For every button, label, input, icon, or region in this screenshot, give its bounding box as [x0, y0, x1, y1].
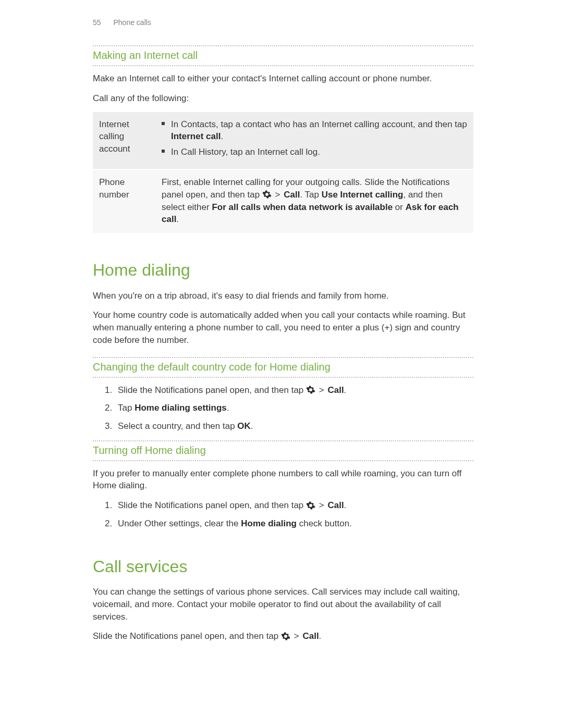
table-cell-content: First, enable Internet calling for your … — [155, 169, 473, 233]
divider — [93, 377, 473, 378]
text: Tap — [118, 403, 134, 413]
text: Select a country, and then tap — [118, 421, 237, 431]
list-item: In Contacts, tap a contact who has an In… — [162, 118, 467, 143]
sub-heading-change-country: Changing the default country code for Ho… — [93, 360, 473, 375]
text: > — [315, 385, 327, 395]
text: . — [221, 131, 223, 141]
divider — [93, 460, 473, 461]
ordered-steps: Slide the Notifications panel open, and … — [93, 499, 473, 530]
paragraph: If you prefer to manually enter complete… — [93, 467, 473, 492]
page-number: 55 — [93, 18, 101, 27]
list-item: Under Other settings, clear the Home dia… — [115, 517, 473, 530]
text: > — [315, 500, 327, 510]
text: . — [227, 403, 229, 413]
sub-heading-turn-off: Turning off Home dialing — [93, 443, 473, 458]
paragraph: Your home country code is automatically … — [93, 309, 473, 346]
text: In Call History, tap an Internet call lo… — [171, 147, 320, 157]
text: . Tap — [300, 190, 321, 200]
settings-gear-icon — [306, 501, 315, 510]
table-cell-label: Internet calling account — [93, 112, 155, 169]
list-item: In Call History, tap an Internet call lo… — [162, 146, 467, 158]
page-header-title: Phone calls — [113, 18, 151, 27]
ordered-steps: Slide the Notifications panel open, and … — [93, 384, 473, 433]
bullet-list: In Contacts, tap a contact who has an In… — [162, 118, 467, 158]
list-item: Slide the Notifications panel open, and … — [115, 499, 473, 512]
main-heading-call-services: Call services — [93, 557, 473, 576]
bold-text: For all calls when data network is avail… — [212, 202, 393, 212]
sub-heading-making-call: Making an Internet call — [93, 48, 473, 63]
text: > — [272, 190, 284, 200]
paragraph: You can change the settings of various p… — [93, 586, 473, 623]
bold-text: OK — [237, 421, 251, 431]
bold-text: Call — [302, 631, 319, 641]
text: Slide the Notifications panel open, and … — [118, 500, 306, 510]
text: . — [344, 500, 347, 510]
text: Slide the Notifications panel open, and … — [118, 385, 306, 395]
bold-text: Internet call — [171, 131, 221, 141]
main-heading-home-dialing: Home dialing — [93, 260, 473, 280]
table-cell-label: Phone number — [93, 169, 155, 233]
settings-gear-icon — [262, 190, 272, 199]
bold-text: Call — [327, 385, 344, 395]
text: check button. — [297, 519, 352, 528]
paragraph: Slide the Notifications panel open, and … — [93, 630, 473, 643]
text: > — [290, 631, 302, 641]
info-table: Internet calling account In Contacts, ta… — [93, 112, 473, 235]
text: or — [393, 202, 406, 212]
page-header: 55 Phone calls — [93, 18, 473, 27]
table-row: Internet calling account In Contacts, ta… — [93, 112, 473, 169]
bold-text: Home dialing settings — [134, 403, 227, 413]
divider — [93, 357, 473, 358]
list-item: Tap Home dialing settings. — [115, 402, 473, 415]
list-item: Slide the Notifications panel open, and … — [115, 384, 473, 397]
text: Slide the Notifications panel open, and … — [93, 631, 281, 641]
text: . — [344, 385, 347, 395]
list-item: Select a country, and then tap OK. — [115, 420, 473, 433]
bold-text: Home dialing — [241, 519, 297, 528]
divider — [93, 65, 473, 66]
divider — [93, 440, 473, 441]
bold-text: Call — [284, 190, 300, 200]
table-cell-content: In Contacts, tap a contact who has an In… — [155, 112, 473, 169]
paragraph: When you're on a trip abroad, it's easy … — [93, 290, 473, 302]
text: Under Other settings, clear the — [118, 519, 241, 528]
table-row: Phone number First, enable Internet call… — [93, 169, 473, 233]
text: . — [319, 631, 322, 641]
settings-gear-icon — [306, 385, 315, 394]
paragraph: Call any of the following: — [93, 92, 473, 105]
text: In Contacts, tap a contact who has an In… — [171, 119, 467, 129]
paragraph: Make an Internet call to either your con… — [93, 72, 473, 85]
document-page: 55 Phone calls Making an Internet call M… — [0, 0, 563, 728]
bold-text: Call — [327, 500, 344, 510]
divider — [93, 45, 473, 46]
text: . — [176, 214, 179, 224]
bold-text: Use Internet calling — [322, 190, 403, 200]
text: . — [251, 421, 253, 431]
settings-gear-icon — [281, 632, 290, 641]
